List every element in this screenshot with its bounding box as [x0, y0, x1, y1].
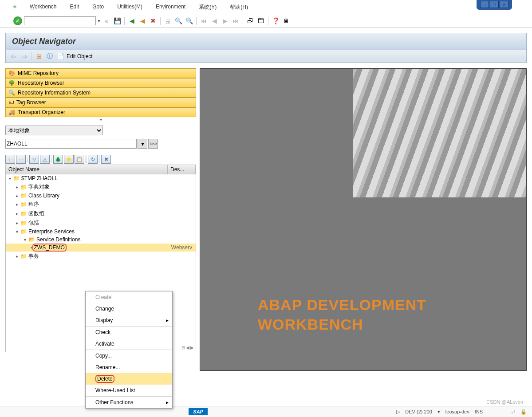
back-icon[interactable]: ◀: [127, 16, 136, 25]
tree-root[interactable]: ▾📁$TMP ZHAOLL: [6, 174, 196, 182]
main-toolbar: ✓ ▾ « 💾 ◀ ◀ ✖ 🖨 🔍 🔍 ⏮ ◀ ▶ ⏭ 🗗 🗔 ❓ 🖥: [0, 15, 532, 28]
hero-image: [353, 69, 526, 197]
col-description[interactable]: Des...: [168, 165, 196, 174]
menu-bar: ⎆ WWorkbenchorkbench Edit Goto Utilities…: [0, 0, 532, 15]
menu-rename[interactable]: Rename...: [86, 362, 172, 373]
context-menu: Create Change Display Check Activate Cop…: [85, 291, 173, 376]
tree-icon[interactable]: 🌲: [53, 155, 63, 164]
prev-page-icon[interactable]: ◀: [210, 16, 219, 25]
ok-icon[interactable]: ✓: [13, 16, 22, 25]
repository-info-button[interactable]: 🔍Repository Information System: [5, 88, 196, 98]
layout-icon[interactable]: 🖥: [282, 16, 291, 25]
nav-fwd-icon[interactable]: ⇨: [20, 52, 29, 61]
tree-trans[interactable]: ▸📁事务: [6, 252, 196, 261]
expand-icon[interactable]: ▽: [29, 155, 39, 164]
info-icon[interactable]: ⓘ: [45, 52, 54, 61]
find-next-icon[interactable]: 🔍: [185, 16, 193, 25]
fullscreen-icon[interactable]: ⊞: [35, 52, 43, 61]
tree-class[interactable]: ▸📁Class Library: [6, 192, 196, 200]
last-page-icon[interactable]: ⏭: [231, 16, 240, 25]
page-title: Object Navigator: [12, 37, 520, 46]
exit-icon[interactable]: ⎆: [13, 4, 16, 11]
edit-object-icon[interactable]: 📄: [56, 52, 65, 61]
close-icon[interactable]: ✕: [500, 1, 508, 8]
menu-system[interactable]: 系统(Y): [199, 4, 217, 11]
folder-icon: 📁: [20, 253, 27, 260]
tag-browser-button[interactable]: 🏷Tag Browser: [5, 98, 196, 107]
save-icon[interactable]: 💾: [113, 16, 122, 25]
new-session-icon[interactable]: 🗗: [246, 16, 255, 25]
menu-delete[interactable]: Delete: [86, 373, 172, 376]
menu-check[interactable]: Check: [86, 327, 172, 338]
sub-toolbar: ⇦ ⇨ ⊞ ⓘ 📄 Edit Object: [5, 50, 527, 63]
menu-activate[interactable]: Activate: [86, 338, 172, 350]
print-icon[interactable]: 🖨: [163, 16, 172, 25]
find-icon[interactable]: 🔍: [174, 16, 183, 25]
next-page-icon[interactable]: ▶: [221, 16, 229, 25]
menu-edit[interactable]: Edit: [70, 4, 79, 11]
scroll-left-icon[interactable]: ◀: [186, 345, 189, 350]
nav-back-icon[interactable]: ⇦: [9, 52, 18, 61]
nav-right-icon[interactable]: ⇨: [16, 155, 26, 164]
collapse-icon[interactable]: △: [40, 155, 50, 164]
command-field[interactable]: [24, 16, 96, 25]
maximize-icon[interactable]: □: [490, 1, 499, 8]
user-input[interactable]: [5, 139, 137, 149]
banner-text: ABAP DEVELOPMENT WORKBENCH: [258, 295, 426, 334]
folder-open-icon: 📂: [28, 236, 35, 243]
list-icon[interactable]: 📋: [75, 155, 84, 164]
menu-copy[interactable]: Copy...: [86, 350, 172, 362]
star-icon[interactable]: ⭐: [64, 155, 74, 164]
dropdown-icon[interactable]: ▾: [98, 18, 100, 24]
transport-organizer-button[interactable]: 🚚Transport Organizer: [5, 107, 196, 117]
object-type-select[interactable]: 本地对象: [5, 126, 103, 135]
tree-dict[interactable]: ▸📁字典对象: [6, 182, 196, 192]
folder-icon: 📁: [20, 211, 27, 217]
menu-environment[interactable]: Environment: [156, 4, 185, 11]
tree-zws-demo[interactable]: •ZWS_DEMOWebserv: [6, 244, 196, 252]
tree-func[interactable]: ▸📁函数组: [6, 209, 196, 218]
minimize-icon[interactable]: —: [480, 1, 489, 8]
repo-icon: 🌳: [8, 80, 15, 86]
exit-icon[interactable]: ◀: [138, 16, 147, 25]
window-controls: — □ ✕: [477, 0, 512, 10]
shortcut-icon[interactable]: 🗔: [256, 16, 265, 25]
tree-enterprise-services[interactable]: ▾📁Enterprise Services: [6, 228, 196, 236]
col-object-name[interactable]: Object Name: [6, 165, 168, 174]
nav-left-icon[interactable]: ⇦: [5, 155, 15, 164]
scroll-right-icon[interactable]: ▶: [190, 345, 194, 350]
folder-icon: 📁: [20, 228, 27, 235]
folder-icon: 📁: [20, 184, 27, 190]
close-tree-icon[interactable]: ✖: [101, 155, 111, 164]
first-page-icon[interactable]: ⏮: [199, 16, 208, 25]
preview-panel: ABAP DEVELOPMENT WORKBENCH: [200, 68, 527, 371]
splitter-icon[interactable]: ⊟: [181, 345, 185, 350]
folder-icon: 📁: [20, 201, 27, 208]
menu-display[interactable]: Display: [86, 315, 172, 326]
menu-help[interactable]: 帮助(H): [230, 4, 248, 11]
refresh-icon[interactable]: ↻: [88, 155, 98, 164]
glasses-icon[interactable]: 👓: [148, 139, 158, 149]
help-icon[interactable]: ❓: [271, 16, 280, 25]
tree-prog[interactable]: ▸📁程序: [6, 200, 196, 209]
tag-icon: 🏷: [8, 99, 14, 106]
menu-workbench[interactable]: WWorkbenchorkbench: [30, 4, 56, 11]
dropdown-icon[interactable]: ▾: [138, 139, 147, 149]
highlight-box: ZWS_DEMO: [32, 244, 67, 252]
folder-icon: 📁: [20, 193, 27, 199]
title-area: Object Navigator: [5, 33, 527, 50]
edit-object-label[interactable]: Edit Object: [67, 53, 93, 59]
tree-service-definitions[interactable]: ▾📂Service Definitions: [6, 236, 196, 244]
mime-repository-button[interactable]: 🎨MIME Repository: [5, 68, 196, 78]
info-sys-icon: 🔍: [8, 90, 15, 96]
menu-change[interactable]: Change: [86, 303, 172, 315]
truck-icon: 🚚: [8, 109, 15, 115]
menu-utilities[interactable]: Utilities(M): [117, 4, 142, 11]
menu-create[interactable]: Create: [86, 291, 172, 303]
repository-browser-button[interactable]: 🌳Repository Browser: [5, 78, 196, 88]
cancel-icon[interactable]: ✖: [149, 16, 158, 25]
tree-header: Object Name Des...: [5, 165, 196, 174]
tree-incl[interactable]: ▸📁包括: [6, 218, 196, 228]
back-arrows-icon[interactable]: «: [102, 16, 111, 25]
menu-goto[interactable]: Goto: [92, 4, 104, 11]
